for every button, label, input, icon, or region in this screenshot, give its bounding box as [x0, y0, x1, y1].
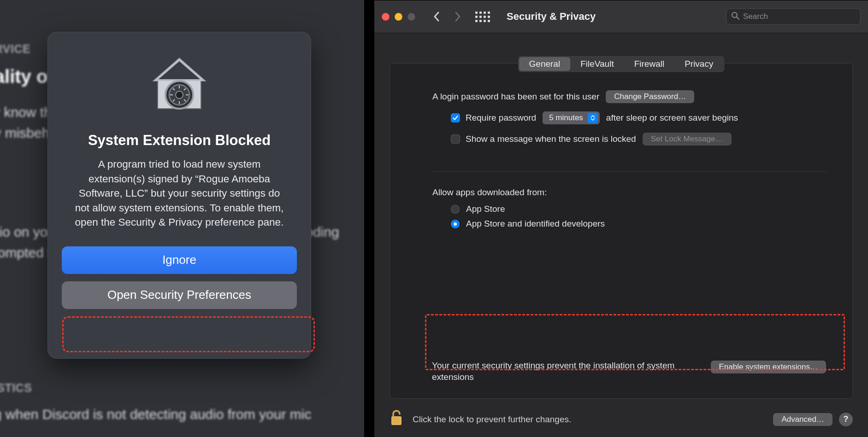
change-password-button[interactable]: Change Password…: [606, 90, 694, 103]
search-icon: [731, 12, 743, 22]
window-title: Security & Privacy: [507, 11, 596, 23]
require-password-label: Require password: [466, 113, 536, 123]
tab-filevault[interactable]: FileVault: [570, 57, 624, 71]
show-all-preferences-button[interactable]: [475, 12, 490, 22]
require-password-checkbox[interactable]: [451, 113, 460, 122]
tab-privacy[interactable]: Privacy: [674, 57, 723, 71]
divider: [432, 171, 827, 172]
tab-firewall[interactable]: Firewall: [624, 57, 674, 71]
security-house-icon: [147, 53, 212, 117]
security-privacy-window: Security & Privacy Search General FileVa…: [374, 0, 868, 437]
search-placeholder: Search: [743, 12, 768, 21]
svg-line-15: [737, 17, 739, 19]
footer: Click the lock to prevent further change…: [390, 409, 853, 429]
alert-title: System Extension Blocked: [88, 132, 271, 149]
general-card: A login password has been set for this u…: [390, 63, 853, 399]
minimize-window-button[interactable]: [395, 13, 402, 21]
radio-app-store[interactable]: [451, 205, 460, 214]
svg-rect-16: [391, 416, 402, 425]
require-password-delay-value: 5 minutes: [549, 113, 583, 122]
bg-heading-diagnostics: DEBUG DIAGNOSTICS: [0, 381, 32, 395]
window-traffic-lights: [382, 13, 415, 21]
tab-bar: General FileVault Firewall Privacy: [518, 56, 725, 72]
help-button[interactable]: ?: [839, 413, 853, 426]
require-password-delay-select[interactable]: 5 minutes: [543, 111, 600, 124]
bg-heading-service: QUALITY OF SERVICE: [0, 42, 30, 56]
enable-system-extensions-button[interactable]: Enable system extensions…: [711, 361, 827, 373]
lock-hint-text: Click the lock to prevent further change…: [413, 414, 571, 425]
alert-body: A program tried to load new system exten…: [73, 157, 285, 230]
svg-point-13: [176, 91, 183, 99]
system-extension-blocked-alert: System Extension Blocked A program tried…: [47, 32, 311, 359]
search-field[interactable]: Search: [726, 8, 861, 25]
show-lock-message-checkbox[interactable]: [451, 134, 460, 144]
set-lock-message-button[interactable]: Set Lock Message…: [643, 133, 732, 146]
system-extension-warning-text: Your current security settings prevent t…: [432, 360, 690, 383]
advanced-button[interactable]: Advanced…: [773, 413, 833, 426]
allow-apps-label: Allow apps downloaded from:: [432, 187, 547, 198]
radio-identified-developers-label: App Store and identified developers: [466, 219, 605, 229]
ignore-button[interactable]: Ignore: [62, 246, 297, 274]
tab-general[interactable]: General: [519, 57, 571, 71]
window-toolbar: Security & Privacy Search: [374, 0, 868, 33]
login-password-set-label: A login password has been set for this u…: [432, 92, 599, 102]
close-window-button[interactable]: [382, 13, 390, 21]
require-password-after-label: after sleep or screen saver begins: [606, 113, 738, 123]
lock-icon[interactable]: [390, 409, 403, 429]
radio-app-store-label: App Store: [466, 204, 505, 214]
system-extension-warning-row: Your current security settings prevent t…: [390, 354, 853, 390]
radio-identified-developers[interactable]: [451, 220, 460, 228]
select-stepper-icon: [588, 113, 598, 123]
bg-text-discord: Show a warning when Discord is not detec…: [0, 405, 311, 424]
show-lock-message-label: Show a message when the screen is locked: [466, 134, 636, 144]
zoom-window-button[interactable]: [407, 13, 415, 21]
forward-button[interactable]: [454, 11, 461, 22]
open-security-preferences-button[interactable]: Open Security Preferences: [62, 281, 297, 309]
discord-settings-background: QUALITY OF SERVICE Enable Quality of Ser…: [0, 0, 364, 437]
back-button[interactable]: [433, 11, 440, 22]
